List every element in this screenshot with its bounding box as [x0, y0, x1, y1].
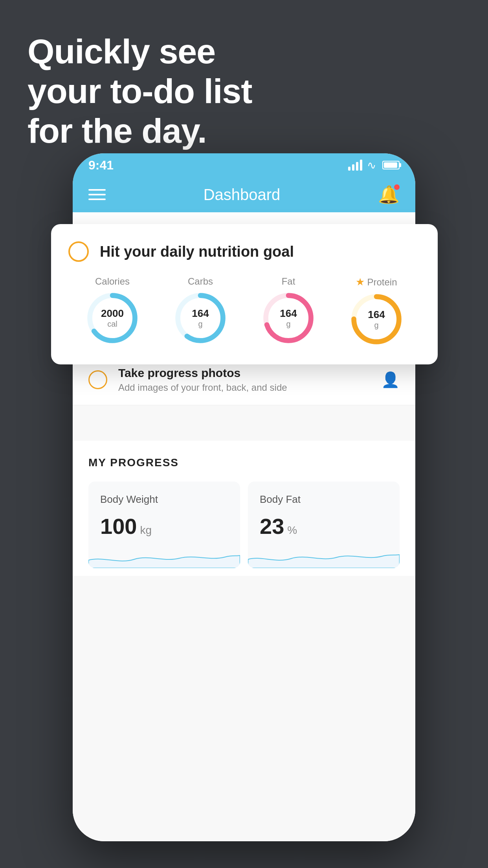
protein-label: ★ Protein — [356, 276, 397, 288]
wifi-icon: ∿ — [367, 159, 376, 172]
progress-cards: Body Weight 100 kg Body Fat 23 — [88, 482, 400, 576]
background-headline: Quickly see your to-do list for the day. — [28, 31, 252, 151]
nav-title: Dashboard — [204, 186, 281, 204]
signal-icon — [348, 160, 362, 171]
card-header: Hit your daily nutrition goal — [68, 241, 420, 262]
notification-badge — [394, 184, 400, 190]
calories-donut: 2000 cal — [87, 292, 138, 344]
body-weight-value: 100 kg — [100, 513, 228, 539]
calories-label: Calories — [95, 276, 130, 287]
body-fat-unit: % — [287, 524, 297, 537]
nutrition-row: Calories 2000 cal Carbs — [68, 276, 420, 345]
body-fat-wave — [248, 544, 400, 568]
fat-label: Fat — [282, 276, 295, 287]
menu-button[interactable] — [88, 189, 106, 200]
body-fat-label: Body Fat — [260, 493, 388, 506]
todo-title-photos: Take progress photos — [118, 366, 370, 380]
body-weight-label: Body Weight — [100, 493, 228, 506]
body-weight-wave — [88, 544, 240, 568]
protein-donut: 164 g — [351, 294, 402, 345]
carbs-label: Carbs — [188, 276, 213, 287]
nutrition-carbs: Carbs 164 g — [175, 276, 226, 344]
status-time: 9:41 — [88, 158, 114, 173]
photo-icon: 👤 — [381, 371, 400, 388]
star-icon: ★ — [356, 276, 365, 288]
nutrition-card: Hit your daily nutrition goal Calories 2… — [51, 224, 438, 364]
body-weight-card[interactable]: Body Weight 100 kg — [88, 482, 240, 568]
todo-text-photos: Take progress photos Add images of your … — [118, 366, 370, 393]
nav-bar: Dashboard 🔔 — [73, 177, 415, 212]
status-bar: 9:41 ∿ — [73, 153, 415, 177]
my-progress-section: MY PROGRESS Body Weight 100 kg — [73, 441, 415, 576]
todo-circle-photos[interactable] — [88, 370, 107, 389]
body-fat-card[interactable]: Body Fat 23 % — [248, 482, 400, 568]
carbs-donut: 164 g — [175, 292, 226, 344]
my-progress-title: MY PROGRESS — [88, 456, 400, 469]
todo-sub-photos: Add images of your front, back, and side — [118, 382, 370, 393]
nutrition-protein: ★ Protein 164 g — [351, 276, 402, 345]
nutrition-calories: Calories 2000 cal — [87, 276, 138, 344]
body-weight-number: 100 — [100, 513, 137, 539]
body-fat-number: 23 — [260, 513, 284, 539]
notification-button[interactable]: 🔔 — [378, 184, 400, 205]
nutrition-fat: Fat 164 g — [263, 276, 314, 344]
status-icons: ∿ — [348, 159, 400, 172]
card-title: Hit your daily nutrition goal — [100, 243, 294, 260]
body-fat-value: 23 % — [260, 513, 388, 539]
fat-donut: 164 g — [263, 292, 314, 344]
todo-circle-nutrition[interactable] — [68, 241, 89, 262]
body-weight-unit: kg — [140, 524, 152, 537]
battery-icon — [382, 161, 400, 169]
